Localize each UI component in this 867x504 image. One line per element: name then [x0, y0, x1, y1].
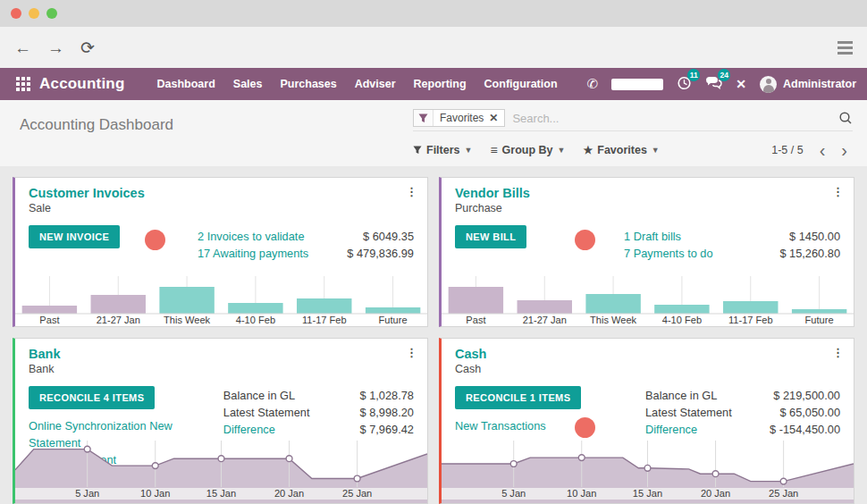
bank-chart: 5 Jan10 Jan15 Jan20 Jan25 Jan [15, 437, 427, 503]
stat-value: $ 7,969.42 [360, 421, 415, 438]
menu-sales[interactable]: Sales [224, 68, 272, 100]
forward-icon[interactable]: → [47, 39, 64, 56]
svg-text:Future: Future [805, 315, 834, 326]
reconcile-button[interactable]: RECONCILE 4 ITEMS [29, 386, 155, 409]
search-facet: Favorites ✕ [413, 109, 505, 127]
new-invoice-button[interactable]: NEW INVOICE [29, 225, 120, 248]
page-title: Accounting Dashboard [20, 109, 413, 166]
activities-button[interactable]: 11 [677, 75, 692, 94]
phone-icon[interactable]: ✆ [587, 76, 599, 92]
svg-text:This Week: This Week [590, 315, 637, 326]
svg-text:25 Jan: 25 Jan [342, 489, 372, 500]
close-window-button[interactable] [11, 8, 21, 19]
user-menu[interactable]: Administrator [760, 76, 856, 93]
stat-label[interactable]: 7 Payments to do [624, 245, 713, 262]
card-customer-invoices: Customer Invoices Sale ⋮ NEW INVOICE 2 I… [13, 177, 428, 327]
card-title[interactable]: Bank [29, 347, 415, 361]
stat-label[interactable]: 1 Draft bills [624, 228, 681, 245]
chevron-down-icon: ▼ [558, 146, 566, 155]
svg-text:5 Jan: 5 Jan [501, 489, 526, 500]
stat-value: $ 1450.00 [789, 228, 840, 245]
app-navbar: Accounting Dashboard Sales Purchases Adv… [0, 68, 867, 100]
browser-menu-icon[interactable] [838, 41, 853, 55]
messages-button[interactable]: 24 [705, 75, 722, 93]
link-new-transactions[interactable]: New Transactions [455, 417, 581, 434]
menu-dashboard[interactable]: Dashboard [148, 68, 224, 100]
kebab-menu-icon[interactable]: ⋮ [406, 185, 417, 198]
card-cash: Cash Cash ⋮ RECONCILE 1 ITEMS New Transa… [439, 338, 854, 504]
stat-value: $ -154,450.00 [770, 421, 840, 438]
cash-chart: 5 Jan10 Jan15 Jan20 Jan25 Jan [442, 437, 854, 503]
browser-toolbar: ← → ⟳ [0, 27, 867, 68]
card-title[interactable]: Customer Invoices [29, 186, 415, 200]
chevron-down-icon: ▼ [465, 146, 473, 155]
svg-text:5 Jan: 5 Jan [75, 489, 99, 500]
new-bill-button[interactable]: NEW BILL [455, 225, 526, 248]
menu-reporting[interactable]: Reporting [405, 68, 476, 100]
menu-configuration[interactable]: Configuration [476, 68, 567, 100]
svg-text:21-27 Jan: 21-27 Jan [523, 315, 567, 326]
card-subtitle: Bank [29, 363, 415, 375]
reload-icon[interactable]: ⟳ [80, 39, 95, 56]
kebab-menu-icon[interactable]: ⋮ [832, 185, 844, 198]
stat-value: $ 6049.35 [363, 228, 414, 245]
search-bar: Favorites ✕ [413, 109, 853, 131]
messages-badge: 24 [718, 69, 730, 81]
svg-text:10 Jan: 10 Jan [140, 489, 170, 500]
stat-label[interactable]: Difference [645, 421, 697, 438]
activities-badge: 11 [687, 69, 700, 81]
stat-value: $ 1,028.78 [360, 387, 415, 404]
notification-dot [575, 417, 595, 438]
stat-value: $ 65,050.00 [779, 404, 840, 421]
card-subtitle: Cash [455, 363, 841, 375]
card-subtitle: Purchase [455, 202, 841, 214]
back-icon[interactable]: ← [14, 39, 31, 56]
stat-row: Latest Statement $ 8,998.20 [223, 404, 414, 421]
stat-label[interactable]: 17 Awaiting payments [198, 245, 308, 262]
card-title[interactable]: Vendor Bills [455, 186, 841, 200]
stat-row: Latest Statement $ 65,050.00 [645, 404, 840, 421]
kebab-menu-icon[interactable]: ⋮ [406, 346, 417, 359]
stat-value: $ 479,836.99 [347, 245, 414, 262]
stat-value: $ 219,500.00 [773, 387, 840, 404]
menu-adviser[interactable]: Adviser [346, 68, 405, 100]
stat-value: $ 15,260.80 [779, 245, 840, 262]
pager-count: 1-5 / 5 [771, 144, 803, 156]
stat-label[interactable]: 2 Invoices to validate [198, 228, 305, 245]
facet-remove-icon[interactable]: ✕ [489, 112, 498, 124]
pager-next-icon[interactable]: › [841, 141, 847, 159]
group-by-button[interactable]: ≡ Group By ▼ [490, 143, 565, 157]
apps-grid-icon[interactable] [16, 77, 30, 91]
maximize-window-button[interactable] [46, 8, 57, 19]
trial-progress-bar[interactable] [611, 79, 663, 90]
stat-row: Difference $ -154,450.00 [645, 421, 840, 438]
search-input[interactable] [512, 112, 838, 125]
app-name[interactable]: Accounting [39, 75, 125, 93]
accounting-dashboard: Customer Invoices Sale ⋮ NEW INVOICE 2 I… [0, 166, 867, 504]
svg-text:Future: Future [379, 315, 408, 326]
svg-text:11-17 Feb: 11-17 Feb [302, 315, 347, 326]
minimize-window-button[interactable] [29, 8, 39, 19]
stat-value: $ 8,998.20 [360, 404, 415, 421]
favorites-button[interactable]: ★ Favorites ▼ [583, 144, 659, 156]
search-icon[interactable] [838, 111, 853, 125]
stat-label[interactable]: Difference [223, 421, 275, 438]
kebab-menu-icon[interactable]: ⋮ [832, 346, 844, 359]
stat-row: Balance in GL $ 219,500.00 [645, 387, 840, 404]
filter-funnel-icon [413, 146, 422, 155]
chevron-down-icon: ▼ [652, 146, 660, 155]
svg-text:This Week: This Week [164, 315, 211, 326]
menu-purchases[interactable]: Purchases [271, 68, 345, 100]
svg-text:4-10 Feb: 4-10 Feb [236, 315, 275, 326]
stat-label: Latest Statement [645, 404, 732, 421]
filters-button[interactable]: Filters ▼ [413, 144, 472, 156]
notification-dot [575, 230, 595, 250]
svg-text:15 Jan: 15 Jan [206, 489, 236, 500]
pager-prev-icon[interactable]: ‹ [820, 141, 826, 159]
card-bank: Bank Bank ⋮ RECONCILE 4 ITEMS Online Syn… [13, 338, 428, 504]
reconcile-button[interactable]: RECONCILE 1 ITEMS [455, 386, 581, 409]
card-title[interactable]: Cash [455, 347, 841, 361]
control-panel: Accounting Dashboard Favorites ✕ Fil [0, 100, 867, 166]
notification-dot [145, 230, 165, 250]
support-tools-icon[interactable]: ✕ [736, 77, 746, 91]
